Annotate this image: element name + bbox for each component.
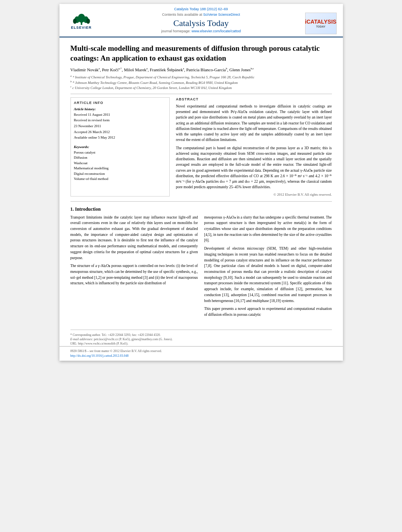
header-top: ELSEVIER Contents lists available at Sci… [66,13,337,34]
received-revised-label: Received in revised form [74,118,166,123]
abstract-text: Novel experimental and computational met… [176,104,332,190]
email-note: E-mail addresses: petr.koci@vscht.cz (P.… [70,337,332,341]
affiliation-3: c c University College London, Departmen… [70,85,332,91]
keywords-label: Keywords: [74,145,166,149]
journal-homepage: journal homepage: www.elsevier.com/locat… [101,29,301,33]
homepage-label: journal homepage: [161,29,191,33]
body-two-col: Transport limitations inside the catalyt… [70,215,332,320]
elsevier-tree-icon [70,14,93,26]
affiliation-1: a ᵃ Institute of Chemical Technology, Pr… [70,74,332,80]
intro-col2-p3: This paper presents a novel approach to … [204,306,332,317]
page-footer: 0920-5861/$ – see front matter © 2012 El… [59,346,343,361]
footer-divider [70,330,332,330]
svg-point-5 [86,19,90,24]
contents-note: Contents lists available at [162,13,202,17]
article-info-box: ARTICLE INFO Article history: Received 1… [70,97,170,196]
intro-col2-p2: Development of electron microscopy (SEM,… [204,246,332,304]
journal-title: Catalysis Today [101,18,301,28]
keyword-3: Washcoat [74,161,166,166]
article-info-abstract: ARTICLE INFO Article history: Received 1… [70,97,332,196]
abstract-p2: The computational part is based on digit… [176,145,332,190]
intro-text-col2: mesoporous γ-Al₂O₃ in a slurry that has … [204,215,332,318]
url-label: URL: [70,342,78,345]
sciverse-link: Contents lists available at SciVerse Sci… [101,13,301,17]
available-date: Available online 5 May 2012 [74,135,166,140]
email-label: E-mail addresses: [70,337,93,341]
history-label: Article history: [74,107,166,111]
body-col-right: mesoporous γ-Al₂O₃ in a slurry that has … [204,215,332,320]
volume-text: Catalysis Today 188 (2012) 62–69 [174,7,228,11]
doi-link[interactable]: http://dx.doi.org/10.1016/j.cattod.2012.… [70,354,129,358]
elsevier-text: ELSEVIER [71,26,92,30]
homepage-url[interactable]: www.elsevier.com/locate/cattod [192,29,241,33]
article-page: Catalysis Today 188 (2012) 62–69 ELSEVIE… [59,4,343,361]
intro-col2-p1: mesoporous γ-Al₂O₃ in a slurry that has … [204,215,332,244]
keyword-1: Porous catalyst [74,150,166,156]
keyword-6: Volume-of-fluid method [74,176,166,182]
footer-notes-area: * Corresponding author. Tel.: +420 22044… [59,330,343,345]
journal-center: Contents lists available at SciVerse Sci… [97,13,305,33]
article-body: Multi-scale modelling and measurements o… [59,37,343,326]
intro-p2: The structure of a γ-Al₂O₃ porous suppor… [70,263,198,286]
divider-1 [70,94,332,94]
keyword-2: Diffusion [74,155,166,161]
abstract-p1: Novel experimental and computational met… [176,104,332,143]
url-note: URL: http://www.vscht.cz/monolith (P. Ko… [70,342,332,345]
copyright: © 2012 Elsevier B.V. All rights reserved… [176,193,332,196]
license-text: 0920-5861/$ – see front matter © 2012 El… [70,349,332,354]
affiliation-2: b ᵇ Johnson Matthey Technology Centre, B… [70,80,332,85]
sciverse-anchor[interactable]: SciVerse ScienceDirect [203,13,240,17]
keyword-5: Digital reconstruction [74,171,166,177]
doi-text: http://dx.doi.org/10.1016/j.cattod.2012.… [70,354,332,358]
url-value[interactable]: http://www.vscht.cz/monolith (P. Koči). [78,342,128,345]
abstract-heading: ABSTRACT [176,97,332,101]
body-col-left: Transport limitations inside the catalyt… [70,215,198,320]
corresponding-note: * Corresponding author. Tel.: +420 22044… [70,333,332,337]
article-info-heading: ARTICLE INFO [74,101,166,105]
received-date: Received 11 August 2011 [74,112,166,117]
catalysis-logo: iCATALYSIS TODAY [305,13,337,34]
article-title: Multi-scale modelling and measurements o… [70,44,332,63]
elsevier-logo: ELSEVIER [66,13,97,30]
svg-point-4 [73,19,76,24]
received-revised-date: 23 November 2011 [74,124,166,129]
authors: Vladimír Nováka, Petr Kočia,*, Miloš Mar… [70,67,332,72]
affiliations: a ᵃ Institute of Chemical Technology, Pr… [70,74,332,91]
journal-header: Catalysis Today 188 (2012) 62–69 ELSEVIE… [59,4,343,37]
divider-2 [70,201,332,202]
keyword-4: Mathematical modelling [74,166,166,171]
accepted-date: Accepted 26 March 2012 [74,130,166,135]
intro-p1: Transport limitations inside the catalyt… [70,215,198,261]
intro-heading: 1. Introduction [70,206,332,212]
email-values: petr.koci@vscht.cz (P. Koči), gjmes@matt… [94,337,172,341]
volume-badge: Catalysis Today 188 (2012) 62–69 [66,7,337,11]
keywords-list: Porous catalyst Diffusion Washcoat Mathe… [74,150,166,182]
intro-text-col1: Transport limitations inside the catalyt… [70,215,198,287]
abstract-col: ABSTRACT Novel experimental and computat… [176,97,332,196]
